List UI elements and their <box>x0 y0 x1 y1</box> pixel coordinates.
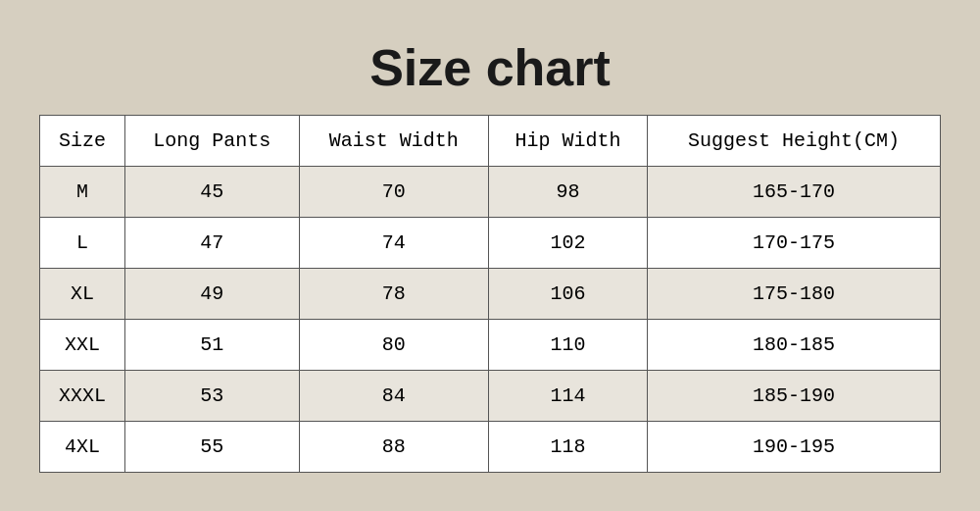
size-table: SizeLong PantsWaist WidthHip WidthSugges… <box>39 115 941 473</box>
table-cell: 51 <box>124 320 299 371</box>
table-cell: 98 <box>488 167 648 218</box>
table-cell: 78 <box>299 269 488 320</box>
table-header-row: SizeLong PantsWaist WidthHip WidthSugges… <box>40 116 941 167</box>
page-title: Size chart <box>39 28 941 115</box>
table-cell: XXL <box>40 320 125 371</box>
table-cell: 55 <box>124 422 299 473</box>
table-row: L4774102170-175 <box>40 218 941 269</box>
table-cell: 80 <box>299 320 488 371</box>
table-cell: 47 <box>124 218 299 269</box>
table-row: M457098165-170 <box>40 167 941 218</box>
table-cell: 180-185 <box>648 320 941 371</box>
table-cell: 70 <box>299 167 488 218</box>
table-cell: 114 <box>488 371 648 422</box>
table-header-cell: Size <box>40 116 125 167</box>
table-header-cell: Hip Width <box>488 116 648 167</box>
table-cell: 102 <box>488 218 648 269</box>
table-cell: 118 <box>488 422 648 473</box>
table-cell: L <box>40 218 125 269</box>
table-cell: 45 <box>124 167 299 218</box>
table-cell: 190-195 <box>648 422 941 473</box>
table-cell: 185-190 <box>648 371 941 422</box>
table-cell: 106 <box>488 269 648 320</box>
table-cell: XXXL <box>40 371 125 422</box>
table-cell: 170-175 <box>648 218 941 269</box>
table-row: XXL5180110180-185 <box>40 320 941 371</box>
table-header-cell: Waist Width <box>299 116 488 167</box>
table-cell: 4XL <box>40 422 125 473</box>
table-row: 4XL5588118190-195 <box>40 422 941 473</box>
table-header-cell: Suggest Height(CM) <box>648 116 941 167</box>
table-row: XXXL5384114185-190 <box>40 371 941 422</box>
table-header-cell: Long Pants <box>124 116 299 167</box>
table-cell: XL <box>40 269 125 320</box>
table-cell: 165-170 <box>648 167 941 218</box>
table-cell: M <box>40 167 125 218</box>
table-cell: 175-180 <box>648 269 941 320</box>
table-cell: 88 <box>299 422 488 473</box>
table-cell: 110 <box>488 320 648 371</box>
table-cell: 53 <box>124 371 299 422</box>
table-row: XL4978106175-180 <box>40 269 941 320</box>
size-chart-container: Size chart SizeLong PantsWaist WidthHip … <box>20 19 960 492</box>
table-cell: 49 <box>124 269 299 320</box>
table-cell: 74 <box>299 218 488 269</box>
table-cell: 84 <box>299 371 488 422</box>
